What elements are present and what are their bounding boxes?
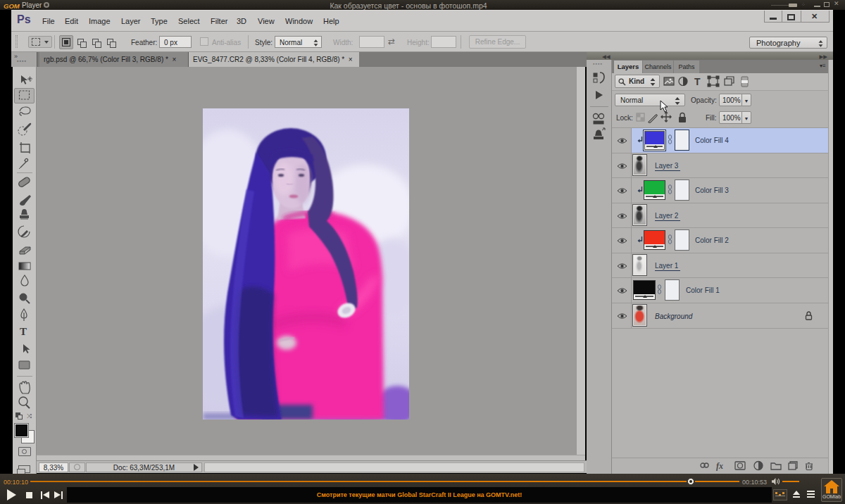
- svg-text:fx: fx: [716, 461, 723, 471]
- svg-text:T: T: [694, 76, 701, 87]
